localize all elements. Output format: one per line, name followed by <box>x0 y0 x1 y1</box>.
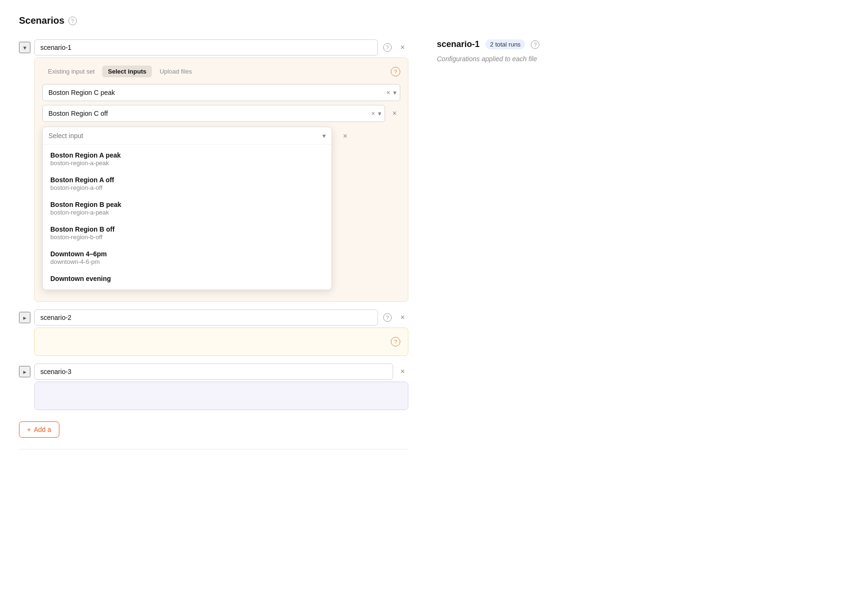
tab-help-icon[interactable]: ? <box>391 67 400 76</box>
dropdown-menu: ▾ Boston Region A peak boston-region-a-p… <box>42 127 332 290</box>
right-panel: scenario-1 2 total runs ? Configurations… <box>437 39 849 461</box>
chevron-down-icon: ▾ <box>23 44 27 51</box>
select-wrapper-1: × ▾ <box>42 84 400 101</box>
dropdown-chevron-icon[interactable]: ▾ <box>322 132 326 140</box>
page-title: Scenarios <box>19 15 65 26</box>
scenario-2-delete-btn[interactable]: × <box>397 312 408 323</box>
dropdown-item-slug-1: boston-region-a-off <box>50 184 324 191</box>
dropdown-item-name-5: Downtown evening <box>50 275 324 282</box>
chevron-down-select-1-icon[interactable]: ▾ <box>393 89 396 96</box>
scenario-3-block: ▸ × <box>19 364 408 410</box>
scenario-2-help-icon: ? <box>383 313 392 322</box>
right-scenario-header: scenario-1 2 total runs ? <box>437 39 849 49</box>
close-icon-s3: × <box>400 367 405 376</box>
tab-upload-files[interactable]: Upload files <box>154 65 198 77</box>
remove-select-3-btn[interactable]: × <box>340 131 351 142</box>
scenario-3-name-wrapper <box>34 364 393 380</box>
dropdown-item-name-0: Boston Region A peak <box>50 151 324 159</box>
scenario-2-tab-help[interactable]: ? <box>391 337 400 346</box>
scenario-collapse-btn[interactable]: ▾ <box>19 42 30 53</box>
scenario-name-wrapper <box>34 39 378 56</box>
remove-select-2-btn[interactable]: × <box>389 108 400 119</box>
scenario-1-content: Existing input set Select inputs Upload … <box>34 57 408 302</box>
dropdown-item-2[interactable]: Boston Region B peak boston-region-a-pea… <box>43 196 331 221</box>
scenario-2-row: ▸ ? × <box>19 309 408 326</box>
dropdown-item-4[interactable]: Downtown 4–6pm downtown-4-6-pm <box>43 245 331 270</box>
scenario-actions: ? × <box>382 42 408 53</box>
tab-select-inputs[interactable]: Select inputs <box>102 65 152 77</box>
scenario-row: ▾ ? × <box>19 39 408 56</box>
right-help-icon[interactable]: ? <box>531 40 539 49</box>
dropdown-item-name-1: Boston Region A off <box>50 176 324 184</box>
dropdown-item-name-2: Boston Region B peak <box>50 201 324 208</box>
scenario-name-input[interactable] <box>34 39 378 56</box>
dropdown-item-slug-3: boston-region-b-off <box>50 234 324 241</box>
dropdown-item-3[interactable]: Boston Region B off boston-region-b-off <box>43 221 331 245</box>
scenario-2-block: ▸ ? × ? <box>19 309 408 356</box>
dropdown-search-row: ▾ <box>43 127 331 145</box>
scenario-delete-btn[interactable]: × <box>397 42 408 53</box>
total-runs-badge: 2 total runs <box>485 39 525 49</box>
scenario-2-name-wrapper <box>34 309 378 326</box>
scenario-3-delete-btn[interactable]: × <box>397 366 408 377</box>
scenario-2-actions: ? × <box>382 312 408 323</box>
bottom-divider <box>19 449 408 449</box>
chevron-right-icon: ▸ <box>23 314 27 321</box>
plus-icon: + <box>27 426 31 433</box>
tab-existing-input-set[interactable]: Existing input set <box>42 65 100 77</box>
dropdown-item-slug-0: boston-region-a-peak <box>50 159 324 167</box>
close-icon: × <box>400 43 405 52</box>
select-wrapper-2: × ▾ <box>42 105 385 122</box>
add-scenario-btn[interactable]: + Add a <box>19 421 59 438</box>
dropdown-item-0[interactable]: Boston Region A peak boston-region-a-pea… <box>43 147 331 171</box>
dropdown-item-1[interactable]: Boston Region A off boston-region-a-off <box>43 171 331 196</box>
select-input-1[interactable] <box>42 84 400 101</box>
dropdown-item-slug-4: downtown-4-6-pm <box>50 258 324 265</box>
close-icon-2: × <box>392 109 396 118</box>
dropdown-list: Boston Region A peak boston-region-a-pea… <box>43 145 331 290</box>
select-input-2[interactable] <box>42 105 385 122</box>
scenario-3-collapse-btn[interactable]: ▸ <box>19 366 30 377</box>
dropdown-container: ▾ Boston Region A peak boston-region-a-p… <box>42 126 400 290</box>
dropdown-item-slug-2: boston-region-a-peak <box>50 209 324 216</box>
scenario-2-content: ? <box>34 327 408 356</box>
clear-select-1-icon[interactable]: × <box>387 89 390 96</box>
scenario-2-collapse-btn[interactable]: ▸ <box>19 312 30 323</box>
add-scenario-label: Add a <box>34 426 51 433</box>
clear-select-2-icon[interactable]: × <box>371 110 375 117</box>
scenario-3-name-input[interactable] <box>34 364 393 380</box>
page-help-icon[interactable]: ? <box>68 17 77 25</box>
tabs-left: Existing input set Select inputs Upload … <box>42 65 198 77</box>
left-panel: ▾ ? × <box>19 39 408 461</box>
dropdown-search-input[interactable] <box>48 132 319 140</box>
chevron-right-icon-3: ▸ <box>23 368 27 375</box>
scenario-help-icon: ? <box>383 43 392 52</box>
scenario-3-content <box>34 382 408 410</box>
scenario-2-help-btn[interactable]: ? <box>382 312 393 323</box>
right-scenario-name: scenario-1 <box>437 39 480 49</box>
select-row-3: ▾ Boston Region A peak boston-region-a-p… <box>42 126 400 290</box>
select-row-2: × ▾ × <box>42 105 400 122</box>
select-row-1: × ▾ <box>42 84 400 101</box>
close-icon-s2: × <box>400 313 405 322</box>
dropdown-item-5[interactable]: Downtown evening <box>43 270 331 288</box>
scenario-1-block: ▾ ? × <box>19 39 408 302</box>
scenario-3-actions: × <box>397 366 408 377</box>
dropdown-item-name-3: Boston Region B off <box>50 225 324 233</box>
scenario-2-name-input[interactable] <box>34 309 378 326</box>
dropdown-item-name-4: Downtown 4–6pm <box>50 250 324 258</box>
input-tabs: Existing input set Select inputs Upload … <box>42 65 400 77</box>
scenario-help-btn[interactable]: ? <box>382 42 393 53</box>
scenario-3-row: ▸ × <box>19 364 408 380</box>
close-icon-3: × <box>343 132 347 140</box>
right-subtitle: Configurations applied to each file <box>437 55 849 63</box>
chevron-down-select-2-icon[interactable]: ▾ <box>378 110 381 117</box>
